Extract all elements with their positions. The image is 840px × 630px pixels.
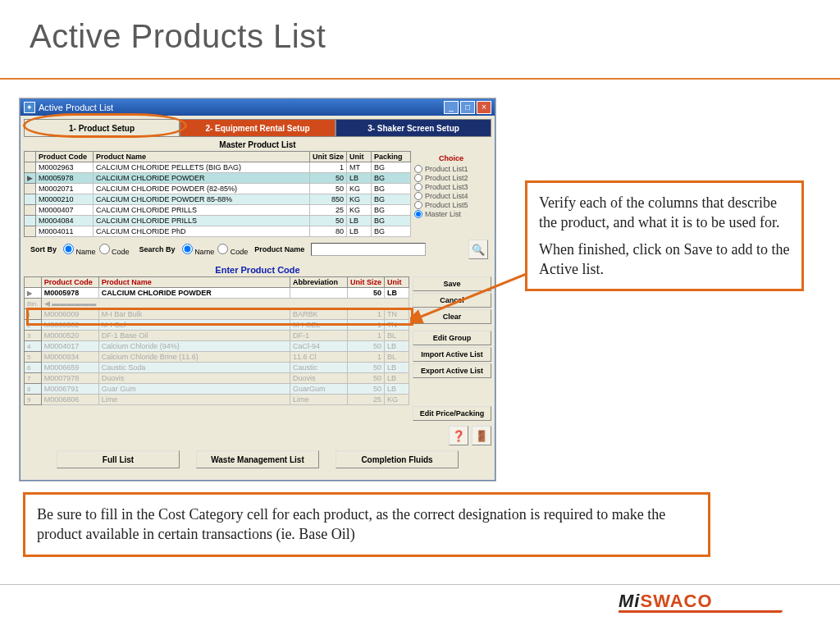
choice-radio[interactable]: Product List2: [414, 174, 488, 182]
minimize-button[interactable]: _: [444, 101, 459, 114]
choice-radio[interactable]: Product List1: [414, 165, 488, 173]
entry-col-name[interactable]: Product Name: [98, 277, 290, 288]
close-button[interactable]: ×: [477, 101, 491, 114]
maximize-button[interactable]: □: [460, 101, 475, 114]
sort-name-radio[interactable]: Name: [63, 244, 96, 256]
full-list-button[interactable]: Full List: [57, 450, 180, 468]
choice-radio[interactable]: Master List: [414, 210, 488, 218]
table-row[interactable]: M0004011CALCIUM CHLORIDE PhD80LBBG: [25, 226, 411, 237]
tab-equipment-rental[interactable]: 2- Equipment Rental Setup: [180, 119, 336, 137]
callout-right: Verify each of the columns that describe…: [525, 180, 804, 291]
search-name-radio[interactable]: Name: [182, 244, 215, 256]
sort-code-radio[interactable]: Code: [99, 244, 130, 256]
entry-row-active[interactable]: ▶ M0005978 CALCIUM CHLORIDE POWDER 50 LB: [25, 288, 409, 299]
col-unit[interactable]: Unit: [347, 152, 372, 162]
cancel-button[interactable]: Cancel: [413, 293, 491, 308]
choice-radio[interactable]: Product List4: [414, 192, 488, 200]
table-row[interactable]: M0004084CALCIUM CHLORIDE PRILLS50LBBG: [25, 216, 411, 226]
col-product-name[interactable]: Product Name: [94, 152, 310, 162]
waste-management-button[interactable]: Waste Management List: [196, 450, 319, 468]
table-row[interactable]: ▶M0005978CALCIUM CHLORIDE POWDER50LBBG: [25, 173, 411, 184]
logo-swoosh-icon: [619, 610, 783, 619]
divider: [0, 78, 840, 80]
list-item[interactable]: 2M0000302M-I GelM-I GEL1TN: [25, 320, 409, 331]
entry-col-usize[interactable]: Unit Size: [348, 277, 385, 288]
productname-label: Product Name: [254, 245, 304, 253]
entry-table[interactable]: Product Code Product Name Abbreviation U…: [24, 276, 409, 405]
table-row[interactable]: M0000210CALCIUM CHLORIDE POWDER 85-88%85…: [25, 194, 411, 205]
choice-radio[interactable]: Product List5: [414, 201, 488, 209]
export-active-list-button[interactable]: Export Active List: [413, 363, 491, 378]
completion-fluids-button[interactable]: Completion Fluids: [336, 450, 459, 468]
tab-product-setup[interactable]: 1- Product Setup: [24, 119, 180, 137]
col-unit-size[interactable]: Unit Size: [310, 152, 347, 162]
list-item[interactable]: 8M0006791Guar GumGuarGum50LB: [25, 384, 409, 395]
master-product-list-label: Master Product List: [24, 140, 491, 149]
callout-bottom: Be sure to fill in the Cost Category cel…: [23, 492, 710, 557]
app-window: ✦ Active Product List _ □ × 1- Product S…: [20, 98, 495, 481]
list-item[interactable]: 7M0007978DuovisDuovis50LB: [25, 373, 409, 384]
save-button[interactable]: Save: [413, 276, 491, 291]
choice-panel: Choice Product List1 Product List2 Produ…: [411, 151, 491, 237]
search-code-radio[interactable]: Code: [217, 244, 248, 256]
list-item[interactable]: 1M0006009M-I Bar BulkBARBK1TN: [25, 309, 409, 320]
list-item[interactable]: 6M0006659Caustic SodaCaustic50LB: [25, 363, 409, 373]
list-item[interactable]: 5M0000934Calcium Chloride Brine (11.6)11…: [25, 352, 409, 363]
sortby-label: Sort By: [30, 245, 57, 253]
help-icon[interactable]: ❓: [449, 426, 468, 445]
edit-group-button[interactable]: Edit Group: [413, 331, 491, 345]
col-packing[interactable]: Packing: [372, 152, 411, 162]
enter-product-code-label: Enter Product Code: [24, 265, 491, 275]
col-product-code[interactable]: Product Code: [36, 152, 94, 162]
window-title: Active Product List: [39, 103, 113, 112]
search-icon[interactable]: 🔍: [468, 240, 488, 259]
footer-divider: [0, 584, 840, 585]
entry-col-code[interactable]: Product Code: [41, 277, 98, 288]
exit-icon[interactable]: 🚪: [472, 426, 491, 445]
choice-title: Choice: [414, 154, 488, 162]
app-icon: ✦: [24, 102, 35, 113]
window-titlebar[interactable]: ✦ Active Product List _ □ ×: [21, 99, 495, 116]
clear-button[interactable]: Clear: [413, 309, 491, 324]
table-row[interactable]: M0000407CALCIUM CHLORIDE PRILLS25KGBG: [25, 205, 411, 216]
list-item[interactable]: 4M0004017Calcium Chloride (94%)CaCl-9450…: [25, 341, 409, 352]
tab-shaker-screen[interactable]: 3- Shaker Screen Setup: [336, 119, 491, 137]
table-row[interactable]: M0002071CALCIUM CHLORIDE POWDER (82-85%)…: [25, 184, 411, 194]
logo: MiSWACO: [619, 591, 783, 619]
entry-col-unit[interactable]: Unit: [385, 277, 409, 288]
list-item[interactable]: 3M0000520DF-1 Base OilDF-11BL: [25, 331, 409, 341]
edit-price-packing-button[interactable]: Edit Price/Packing: [413, 406, 491, 421]
searchby-label: Search By: [139, 245, 176, 253]
table-row[interactable]: M0002963CALCIUM CHLORIDE PELLETS (BIG BA…: [25, 162, 411, 173]
list-item[interactable]: 9M0006806LimeLime25KG: [25, 395, 409, 405]
search-input[interactable]: [311, 243, 426, 256]
master-product-table[interactable]: Product Code Product Name Unit Size Unit…: [24, 151, 411, 237]
import-active-list-button[interactable]: Import Active List: [413, 347, 491, 362]
page-title: Active Products List: [30, 18, 326, 55]
entry-col-abbr[interactable]: Abbreviation: [290, 277, 348, 288]
choice-radio[interactable]: Product List3: [414, 183, 488, 191]
